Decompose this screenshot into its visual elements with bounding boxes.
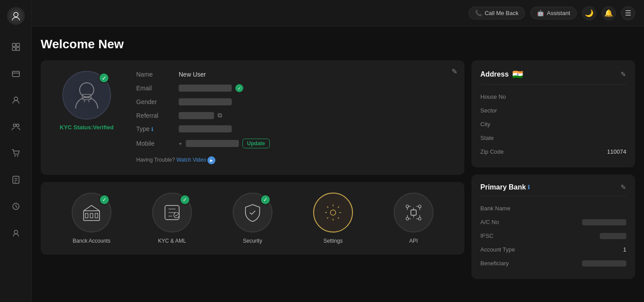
- assistant-icon: 🤖: [537, 10, 544, 16]
- security-label: Security: [243, 238, 262, 244]
- avatar-wrapper: ✓: [62, 71, 111, 120]
- api-item[interactable]: API: [394, 193, 433, 244]
- email-label: Email: [136, 85, 172, 92]
- svg-rect-20: [95, 213, 98, 218]
- email-value: ✓: [179, 84, 243, 92]
- sidebar-item-dashboard[interactable]: [8, 39, 24, 55]
- dark-mode-toggle[interactable]: 🌙: [582, 6, 596, 20]
- bank-accounts-label: Banck Accounts: [73, 238, 110, 244]
- address-edit-icon[interactable]: ✎: [621, 70, 626, 78]
- ifsc-row: IFSC: [480, 229, 626, 243]
- kyc-aml-check: ✓: [180, 194, 190, 205]
- svg-point-14: [14, 230, 18, 234]
- call-me-back-button[interactable]: 📞 Call Me Back: [468, 7, 525, 19]
- kyc-status-value: Verified: [93, 124, 114, 131]
- gender-value: [179, 98, 232, 105]
- svg-point-22: [174, 213, 179, 218]
- notifications-icon[interactable]: 🔔: [602, 6, 616, 20]
- settings-label: Settings: [323, 238, 342, 244]
- security-check: ✓: [260, 194, 271, 205]
- ac-no-blurred: [582, 219, 626, 225]
- svg-point-10: [14, 155, 15, 157]
- sidebar-item-user[interactable]: [8, 92, 24, 108]
- sidebar: [0, 0, 32, 302]
- email-verified-badge: ✓: [235, 84, 243, 92]
- topbar: 📞 Call Me Back 🤖 Assistant 🌙 🔔 ☰: [32, 0, 644, 27]
- menu-icon[interactable]: ☰: [621, 6, 635, 20]
- svg-rect-6: [12, 71, 19, 77]
- api-icon-circle: [394, 193, 433, 232]
- svg-rect-3: [16, 43, 19, 46]
- bank-accounts-icon-circle: ✓: [72, 193, 111, 232]
- svg-point-26: [418, 205, 421, 208]
- primary-bank-title: Primary Bank ℹ: [480, 183, 530, 191]
- svg-point-7: [14, 97, 18, 101]
- app-logo[interactable]: [7, 7, 25, 25]
- svg-point-28: [418, 217, 421, 220]
- sidebar-item-cart[interactable]: [8, 145, 24, 161]
- mobile-label: Mobile: [136, 140, 172, 147]
- bank-accounts-item[interactable]: ✓ Banck Accounts: [72, 193, 111, 244]
- profile-fields: Name New User Email ✓: [136, 71, 454, 164]
- zip-code-row: Zip Code 110074: [480, 145, 626, 159]
- india-flag: 🇮🇳: [512, 69, 523, 80]
- house-no-row: House No: [480, 90, 626, 104]
- mobile-value: + Update: [179, 139, 270, 148]
- referral-blurred: [179, 112, 214, 119]
- settings-icon-circle: [313, 193, 353, 232]
- svg-rect-24: [411, 210, 416, 215]
- main-content: 📞 Call Me Back 🤖 Assistant 🌙 🔔 ☰ Welcome…: [32, 0, 644, 302]
- security-icon-circle: ✓: [233, 193, 272, 232]
- avatar-verified-badge: ✓: [99, 73, 109, 83]
- bank-accounts-check: ✓: [99, 194, 110, 205]
- assistant-button[interactable]: 🤖 Assistant: [530, 7, 577, 19]
- left-panel: ✎ ✓: [41, 60, 464, 293]
- profile-edit-icon[interactable]: ✎: [452, 67, 457, 76]
- right-panel: Address 🇮🇳 ✎ House No Sector Ci: [472, 60, 635, 293]
- settings-item[interactable]: Settings: [313, 193, 353, 244]
- referral-value: ⧉: [179, 112, 222, 119]
- bank-name-row: Bank Name: [480, 201, 626, 215]
- kyc-aml-icon-circle: ✓: [152, 193, 192, 232]
- watch-video-link[interactable]: Watch Video: [176, 157, 206, 163]
- sidebar-item-account[interactable]: [8, 225, 24, 241]
- sidebar-item-reports[interactable]: [8, 172, 24, 188]
- kyc-aml-item[interactable]: ✓ KYC & AML: [152, 193, 192, 244]
- svg-point-23: [330, 210, 336, 215]
- account-type-row: Account Type 1: [480, 243, 626, 256]
- sidebar-item-history[interactable]: [8, 198, 24, 214]
- content-row: ✎ ✓: [41, 60, 635, 293]
- type-info-icon[interactable]: ℹ: [151, 126, 153, 132]
- type-value: [179, 125, 232, 132]
- primary-bank-info-icon[interactable]: ℹ: [528, 184, 530, 190]
- call-me-back-label: Call Me Back: [485, 10, 519, 16]
- kyc-aml-label: KYC & AML: [158, 238, 186, 244]
- svg-rect-2: [12, 43, 15, 46]
- address-card-header: Address 🇮🇳 ✎: [480, 69, 626, 85]
- phone-icon: 📞: [475, 10, 482, 16]
- sidebar-item-wallet[interactable]: [8, 66, 24, 81]
- primary-bank-edit-icon[interactable]: ✎: [621, 183, 626, 191]
- svg-point-0: [10, 10, 22, 22]
- ac-no-row: A/C No: [480, 215, 626, 229]
- type-blurred: [179, 125, 232, 132]
- security-item[interactable]: ✓ Security: [233, 193, 272, 244]
- copy-icon[interactable]: ⧉: [218, 112, 222, 119]
- gender-blurred: [179, 98, 232, 105]
- state-row: State: [480, 131, 626, 145]
- profile-card: ✎ ✓: [41, 60, 464, 175]
- svg-point-8: [13, 124, 16, 127]
- beneficiary-blurred: [582, 260, 626, 267]
- update-mobile-button[interactable]: Update: [242, 139, 270, 148]
- mobile-field-row: Mobile + Update: [136, 139, 454, 148]
- page-area: Welcome New ✎: [32, 27, 644, 302]
- svg-point-27: [406, 217, 409, 220]
- referral-field-row: Referral ⧉: [136, 112, 454, 119]
- sidebar-item-group[interactable]: [8, 119, 24, 135]
- beneficiary-row: Beneficiary: [480, 256, 626, 270]
- svg-point-25: [406, 205, 409, 208]
- avatar-section: ✓ KYC Status:Verified: [51, 71, 122, 164]
- svg-point-15: [80, 83, 94, 97]
- assistant-label: Assistant: [547, 10, 570, 16]
- play-icon[interactable]: ▶: [207, 156, 215, 164]
